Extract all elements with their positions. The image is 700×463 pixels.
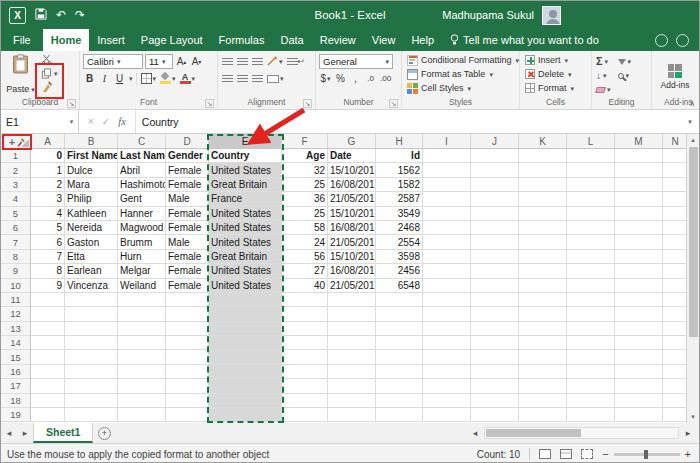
cell-B12[interactable] (65, 307, 118, 321)
cell-N4[interactable] (663, 192, 686, 206)
cell-F2[interactable]: 32 (282, 163, 328, 177)
align-left-button[interactable] (221, 72, 234, 86)
cell-L8[interactable] (567, 250, 615, 264)
tab-file[interactable]: File (1, 29, 43, 51)
cell-K15[interactable] (519, 350, 567, 364)
row-header-12[interactable]: 12 (1, 307, 31, 321)
font-dialog-launcher[interactable]: ↘ (205, 99, 214, 108)
cell-C11[interactable] (118, 293, 166, 307)
cell-L18[interactable] (567, 394, 615, 408)
cell-G19[interactable] (328, 408, 376, 422)
cell-N8[interactable] (663, 250, 686, 264)
cell-F5[interactable]: 25 (282, 207, 328, 221)
tab-review[interactable]: Review (312, 29, 364, 51)
cell-E16[interactable] (209, 365, 282, 379)
cell-I18[interactable] (423, 394, 471, 408)
cell-A6[interactable]: 5 (31, 221, 65, 235)
cell-L19[interactable] (567, 408, 615, 422)
cell-K16[interactable] (519, 365, 567, 379)
cell-L2[interactable] (567, 163, 615, 177)
cell-H14[interactable] (376, 336, 423, 350)
cell-M13[interactable] (615, 322, 663, 336)
font-size-dropdown-icon[interactable]: ▾ (162, 58, 166, 65)
cell-C7[interactable]: Brumm (118, 235, 166, 249)
cell-C18[interactable] (118, 394, 166, 408)
cell-G12[interactable] (328, 307, 376, 321)
cell-G11[interactable] (328, 293, 376, 307)
row-header-3[interactable]: 3 (1, 178, 31, 192)
cell-M16[interactable] (615, 365, 663, 379)
font-size-combo[interactable]: 11▾ (145, 54, 173, 69)
cell-F10[interactable]: 40 (282, 279, 328, 293)
cell-H5[interactable]: 3549 (376, 207, 423, 221)
find-select-button[interactable]: ▾ (617, 69, 633, 82)
cell-D6[interactable]: Female (166, 221, 209, 235)
name-box[interactable]: E1 (1, 110, 65, 133)
name-box-dropdown-icon[interactable]: ▾ (65, 110, 79, 133)
cell-A1[interactable]: 0 (31, 149, 65, 163)
cell-L10[interactable] (567, 279, 615, 293)
row-header-6[interactable]: 6 (1, 221, 31, 235)
cell-H7[interactable]: 2554 (376, 235, 423, 249)
cell-C8[interactable]: Hurn (118, 250, 166, 264)
tab-insert[interactable]: Insert (89, 29, 133, 51)
align-middle-button[interactable] (236, 55, 249, 69)
cell-M7[interactable] (615, 235, 663, 249)
cell-N10[interactable] (663, 279, 686, 293)
cell-B10[interactable]: Vincenza (65, 279, 118, 293)
save-icon[interactable] (35, 8, 47, 22)
cell-L15[interactable] (567, 350, 615, 364)
cell-N19[interactable] (663, 408, 686, 422)
tab-formulas[interactable]: Formulas (211, 29, 273, 51)
cell-K3[interactable] (519, 178, 567, 192)
cell-F11[interactable] (282, 293, 328, 307)
cell-B4[interactable]: Philip (65, 192, 118, 206)
cell-B8[interactable]: Etta (65, 250, 118, 264)
fill-color-button[interactable]: ▾ (159, 72, 177, 86)
cell-N2[interactable] (663, 163, 686, 177)
cell-E2[interactable]: United States (209, 163, 282, 177)
number-format-combo[interactable]: General▾ (319, 54, 393, 69)
decrease-font-button[interactable]: A▾ (190, 55, 203, 69)
cell-C17[interactable] (118, 379, 166, 393)
column-header-E[interactable]: E (209, 134, 282, 149)
increase-decimal-button[interactable]: .0 (364, 72, 377, 86)
row-header-14[interactable]: 14 (1, 336, 31, 350)
wrap-text-button[interactable]: ↩ (286, 55, 306, 69)
cell-B13[interactable] (65, 322, 118, 336)
cell-C4[interactable]: Gent (118, 192, 166, 206)
cell-B3[interactable]: Mara (65, 178, 118, 192)
cell-I4[interactable] (423, 192, 471, 206)
delete-cells-button[interactable]: Delete▾ (523, 67, 574, 81)
select-all-corner[interactable] (1, 134, 31, 149)
cell-J7[interactable] (471, 235, 519, 249)
cell-G15[interactable] (328, 350, 376, 364)
cell-H11[interactable] (376, 293, 423, 307)
cell-G16[interactable] (328, 365, 376, 379)
insert-function-icon[interactable]: fx (118, 116, 126, 127)
cell-J12[interactable] (471, 307, 519, 321)
column-header-A[interactable]: A (31, 134, 65, 149)
cell-A2[interactable]: 1 (31, 163, 65, 177)
cell-H2[interactable]: 1562 (376, 163, 423, 177)
zoom-slider[interactable] (614, 453, 680, 456)
cell-H6[interactable]: 2468 (376, 221, 423, 235)
align-top-button[interactable] (221, 55, 234, 69)
insert-cells-button[interactable]: Insert▾ (523, 53, 570, 67)
zoom-in-button[interactable]: + (685, 448, 691, 460)
cell-A14[interactable] (31, 336, 65, 350)
column-header-F[interactable]: F (282, 134, 328, 149)
cell-D12[interactable] (166, 307, 209, 321)
cell-J13[interactable] (471, 322, 519, 336)
row-header-18[interactable]: 18 (1, 394, 31, 408)
cell-B15[interactable] (65, 350, 118, 364)
cell-M18[interactable] (615, 394, 663, 408)
cell-D17[interactable] (166, 379, 209, 393)
align-bottom-button[interactable] (251, 55, 264, 69)
cell-K4[interactable] (519, 192, 567, 206)
italic-button[interactable]: I (98, 72, 111, 86)
cell-A7[interactable]: 6 (31, 235, 65, 249)
cell-D10[interactable]: Female (166, 279, 209, 293)
cell-N5[interactable] (663, 207, 686, 221)
cell-D9[interactable]: Female (166, 264, 209, 278)
